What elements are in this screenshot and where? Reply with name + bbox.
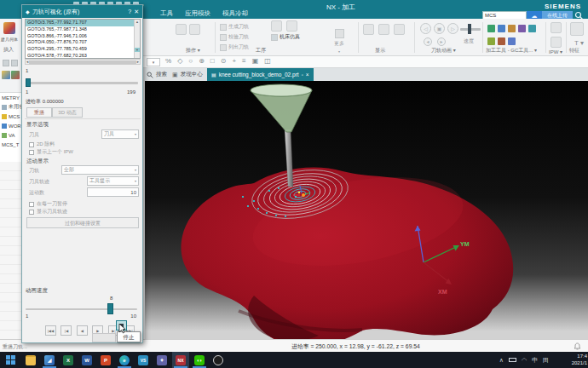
tree-item[interactable]: MCS — [0, 112, 21, 121]
goto-horizontal-scrollbar[interactable]: ◂▸ — [25, 59, 141, 65]
tree-item[interactable]: METRY — [0, 93, 21, 102]
go-to-start-button[interactable]: |◀◀ — [45, 325, 56, 336]
goto-list[interactable]: GOTO/3.765,-77.992,71.707 GOTO/3.765,-77… — [25, 19, 141, 59]
goto-vertical-scrollbar[interactable]: ▲▼ — [134, 20, 140, 58]
battery-icon[interactable] — [509, 358, 516, 362]
start-button[interactable] — [2, 352, 19, 368]
animation-speed-slider[interactable] — [26, 308, 137, 310]
dialog-close-icon[interactable]: ✕ — [134, 9, 139, 15]
tab-application-modules[interactable]: 应用模块 — [185, 9, 210, 18]
goto-line[interactable]: GOTO/3.866,-77.946,71.006 — [26, 33, 140, 40]
photos-app-icon[interactable]: ◢ — [41, 352, 58, 368]
anim-speed-handle[interactable] — [468, 24, 471, 34]
anim-step-fwd-icon[interactable]: ▸ — [437, 37, 446, 46]
tree-item[interactable]: VA — [0, 130, 21, 140]
show-toolpath-icon[interactable] — [363, 24, 374, 35]
tree-item[interactable]: MCS_T — [0, 140, 21, 149]
show-tool-icon[interactable] — [378, 24, 389, 35]
notification-bell-icon[interactable] — [574, 342, 581, 350]
part-pin-icon[interactable]: ▫ — [302, 72, 303, 78]
dialog-title-bar[interactable]: ◆ 刀轨可视化 (原有) ? ✕ — [22, 5, 142, 18]
step-back-button[interactable]: ◀ — [77, 325, 88, 336]
checkbox-show-tool-trace[interactable]: 显示刀具轨迹 — [29, 208, 67, 216]
checkbox-show-last-ipw[interactable]: 显示上一个 IPW — [29, 148, 73, 156]
obs-icon[interactable] — [210, 352, 227, 368]
create-geometry-icon[interactable] — [3, 22, 15, 34]
search-nav[interactable]: 搜索 — [147, 71, 167, 78]
feature-text-icon[interactable]: T ▾ — [574, 39, 584, 47]
goto-line-selected[interactable]: GOTO/3.765,-77.992,71.707 — [26, 20, 140, 26]
replay-slider-handle[interactable] — [26, 78, 31, 87]
dialog-help-icon[interactable]: ? — [128, 9, 131, 14]
tab-tools[interactable]: 工具 — [160, 9, 173, 18]
gc-tool-icon-1[interactable] — [487, 25, 495, 32]
snap-intersection-icon[interactable]: ⊕ — [199, 57, 205, 65]
gc-tool-icon-6[interactable] — [487, 37, 495, 45]
snap-midpoint-icon[interactable]: □ — [210, 57, 215, 65]
toolpath-dropdown[interactable]: 全部▾ — [61, 165, 139, 175]
teams-app-icon[interactable]: ✦ — [153, 352, 170, 368]
powerpoint-icon[interactable]: P — [97, 352, 114, 368]
tab-replay[interactable]: 重播 — [26, 107, 52, 118]
select-line-icon[interactable]: ◇ — [177, 57, 182, 65]
shop-doc-icon[interactable] — [286, 20, 297, 32]
postprocess-icon[interactable] — [271, 20, 282, 32]
geometry-view-icon[interactable] — [11, 71, 20, 79]
quadrant-icon[interactable]: ◫ — [264, 57, 271, 65]
gc-tool-icon-5[interactable] — [528, 25, 536, 32]
ipw-save-icon[interactable] — [551, 37, 562, 48]
graphics-viewport[interactable]: YM XM — [145, 81, 588, 339]
step-back-10-button[interactable]: |◀ — [61, 325, 72, 336]
nx-app-icon-active[interactable]: NX — [172, 352, 189, 368]
replay-slider[interactable] — [26, 82, 138, 84]
tool-dropdown[interactable]: 刀具▾ — [101, 129, 139, 139]
touch-keyboard-icon[interactable]: 田 — [543, 356, 549, 365]
machine-simulation-item[interactable]: 机床仿真 — [271, 33, 300, 41]
more-commands-item[interactable]: 更多▾ — [334, 29, 344, 54]
tool-trace-dropdown[interactable]: 工具提示▾ — [87, 176, 139, 186]
dialog-ok-button[interactable] — [92, 333, 116, 342]
animation-speed-handle[interactable] — [107, 303, 113, 314]
goto-line[interactable]: GOTO/3.765,-77.987,71.348 — [26, 26, 140, 33]
discover-center-nav[interactable]: ▣ 发现中心 — [172, 71, 203, 78]
feature-icon[interactable] — [570, 22, 584, 36]
anim-back-icon[interactable]: ◁ — [420, 23, 431, 34]
tab-3d-dynamic[interactable]: 3D 动态 — [52, 107, 83, 118]
wechat-icon[interactable]: ◖◗ — [191, 352, 208, 368]
snap-plus-icon[interactable]: + — [232, 57, 236, 65]
goto-line[interactable]: GOTO/4.050,-77.876,70.707 — [26, 39, 140, 46]
excel-icon[interactable]: X — [60, 352, 77, 368]
gc-tool-icon-3[interactable] — [508, 25, 516, 32]
ipw-icon[interactable] — [551, 22, 562, 33]
selection-filter-dropdown[interactable]: ▾ — [147, 58, 160, 66]
nav-menu-icon[interactable] — [3, 60, 9, 66]
generate-toolpath-icon[interactable] — [176, 24, 187, 35]
gouge-collision-settings-button[interactable]: 过切和碰撞设置 — [26, 217, 139, 228]
operation-more-icon[interactable] — [189, 24, 200, 35]
motion-count-input[interactable]: 10 — [87, 187, 139, 197]
snap-point-icon[interactable]: % — [165, 57, 171, 65]
snap-center-icon[interactable]: ⊙ — [221, 57, 227, 65]
tab-mold-cooling[interactable]: 模具冷却 — [222, 9, 248, 18]
word-icon[interactable]: W — [78, 352, 95, 368]
generate-toolpath-item[interactable]: 生成刀轨 — [220, 23, 249, 31]
select-circle-icon[interactable]: ○ — [188, 57, 193, 65]
checkbox-pause-each-cut[interactable]: 在每一刀暂停 — [29, 200, 67, 208]
menu-lines-icon[interactable]: ≡ — [242, 57, 246, 65]
checkbox-2d-removal[interactable]: 2D 除料 — [29, 141, 55, 148]
taskbar-clock[interactable]: 17:4 2021/1 — [551, 354, 587, 366]
vscode-icon[interactable]: VS — [135, 352, 152, 368]
grid-icon[interactable]: ▣ — [252, 57, 259, 65]
part-tab-close-icon[interactable]: × — [306, 72, 309, 78]
order-view-icon[interactable] — [2, 71, 10, 79]
show-workpiece-icon[interactable] — [394, 24, 405, 35]
verify-toolpath-item[interactable]: 校验刀轨 — [220, 33, 249, 41]
gc-tool-icon-4[interactable] — [518, 25, 526, 32]
gc-tool-icon-7[interactable] — [498, 37, 505, 45]
goto-line[interactable]: GOTO/4.295,-77.785,70.459 — [26, 46, 140, 53]
network-icon[interactable]: ◠ — [522, 357, 527, 364]
gc-tool-icon-2[interactable] — [498, 25, 505, 32]
anim-step-back-icon[interactable]: ◂ — [424, 37, 432, 46]
nav-list-icon[interactable] — [11, 60, 18, 66]
goto-line[interactable]: GOTO/4.578,-77.682,70.263 — [26, 53, 140, 59]
